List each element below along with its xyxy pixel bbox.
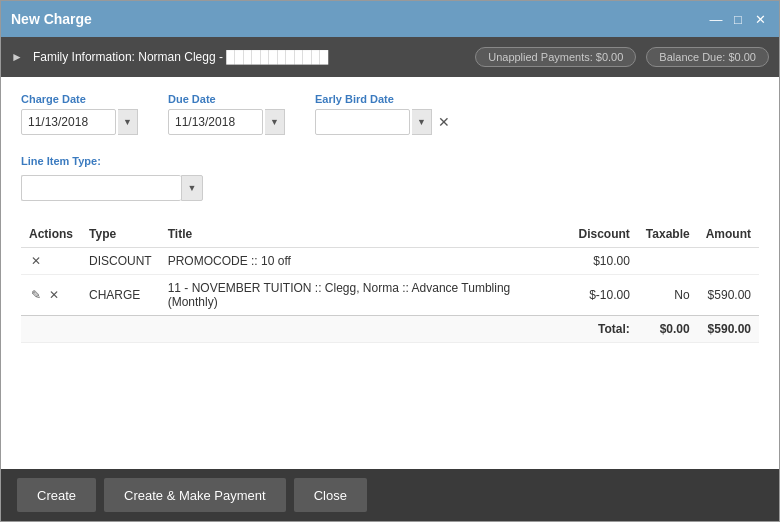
due-date-input-row: ▼	[168, 109, 285, 135]
row2-edit-btn[interactable]: ✎	[29, 288, 43, 302]
row2-title: 11 - NOVEMBER TUITION :: Clegg, Norma ::…	[160, 275, 571, 316]
main-content: Charge Date ▼ Due Date ▼ Early Bird Date…	[1, 77, 779, 469]
charge-date-label: Charge Date	[21, 93, 138, 105]
total-empty-type	[81, 316, 160, 343]
line-item-type-label: Line Item Type:	[21, 155, 101, 167]
maximize-button[interactable]: □	[729, 10, 747, 28]
charge-date-dropdown-btn[interactable]: ▼	[118, 109, 138, 135]
row2-delete-btn[interactable]: ✕	[47, 288, 61, 302]
early-bird-date-input[interactable]	[315, 109, 410, 135]
balance-due-badge: Balance Due: $0.00	[646, 47, 769, 67]
close-button[interactable]: Close	[294, 478, 367, 512]
early-bird-date-input-row: ▼ ✕	[315, 109, 454, 135]
early-bird-date-dropdown-btn[interactable]: ▼	[412, 109, 432, 135]
family-bar: ► Family Information: Norman Clegg - ███…	[1, 37, 779, 77]
line-item-type-input[interactable]	[21, 175, 181, 201]
close-button[interactable]: ✕	[751, 10, 769, 28]
family-label: Family Information: Norman Clegg - █████…	[33, 50, 465, 64]
col-title: Title	[160, 221, 571, 248]
row1-taxable	[638, 248, 698, 275]
line-item-type-input-row: ▼	[21, 175, 759, 201]
title-bar: New Charge — □ ✕	[1, 1, 779, 37]
row1-delete-btn[interactable]: ✕	[29, 254, 43, 268]
row1-actions: ✕	[21, 248, 81, 275]
due-date-field: Due Date ▼	[168, 93, 285, 135]
total-amount: $590.00	[698, 316, 759, 343]
due-date-dropdown-btn[interactable]: ▼	[265, 109, 285, 135]
date-fields-row: Charge Date ▼ Due Date ▼ Early Bird Date…	[21, 93, 759, 135]
footer: Create Create & Make Payment Close	[1, 469, 779, 521]
row2-amount: $590.00	[698, 275, 759, 316]
total-empty-actions	[21, 316, 81, 343]
window: New Charge — □ ✕ ► Family Information: N…	[0, 0, 780, 522]
col-type: Type	[81, 221, 160, 248]
row2-actions: ✎ ✕	[21, 275, 81, 316]
row1-discount: $10.00	[571, 248, 638, 275]
early-bird-date-clear-btn[interactable]: ✕	[434, 114, 454, 130]
early-bird-date-field: Early Bird Date ▼ ✕	[315, 93, 454, 135]
row2-discount: $-10.00	[571, 275, 638, 316]
unapplied-payments-badge: Unapplied Payments: $0.00	[475, 47, 636, 67]
charge-date-input[interactable]	[21, 109, 116, 135]
line-items-table: Actions Type Title Discount Taxable Amou…	[21, 221, 759, 343]
row1-title: PROMOCODE :: 10 off	[160, 248, 571, 275]
line-item-type-dropdown-btn[interactable]: ▼	[181, 175, 203, 201]
window-title: New Charge	[11, 11, 92, 27]
charge-date-input-row: ▼	[21, 109, 138, 135]
due-date-input[interactable]	[168, 109, 263, 135]
due-date-label: Due Date	[168, 93, 285, 105]
total-label: Total:	[571, 316, 638, 343]
early-bird-date-label: Early Bird Date	[315, 93, 454, 105]
row1-type: DISCOUNT	[81, 248, 160, 275]
family-expand-icon[interactable]: ►	[11, 50, 23, 64]
row1-amount	[698, 248, 759, 275]
create-button[interactable]: Create	[17, 478, 96, 512]
window-controls: — □ ✕	[707, 10, 769, 28]
line-item-type-section: Line Item Type: ▼	[21, 151, 759, 201]
col-actions: Actions	[21, 221, 81, 248]
col-taxable: Taxable	[638, 221, 698, 248]
col-amount: Amount	[698, 221, 759, 248]
row2-taxable: No	[638, 275, 698, 316]
col-discount: Discount	[571, 221, 638, 248]
total-empty-title	[160, 316, 571, 343]
total-discount: $0.00	[638, 316, 698, 343]
charge-date-field: Charge Date ▼	[21, 93, 138, 135]
line-items-table-container: Actions Type Title Discount Taxable Amou…	[21, 221, 759, 343]
table-header-row: Actions Type Title Discount Taxable Amou…	[21, 221, 759, 248]
create-make-payment-button[interactable]: Create & Make Payment	[104, 478, 286, 512]
row2-type: CHARGE	[81, 275, 160, 316]
table-row: ✕ DISCOUNT PROMOCODE :: 10 off $10.00	[21, 248, 759, 275]
table-total-row: Total: $0.00 $590.00	[21, 316, 759, 343]
table-row: ✎ ✕ CHARGE 11 - NOVEMBER TUITION :: Cleg…	[21, 275, 759, 316]
line-item-select-row: ▼	[21, 175, 759, 201]
minimize-button[interactable]: —	[707, 10, 725, 28]
